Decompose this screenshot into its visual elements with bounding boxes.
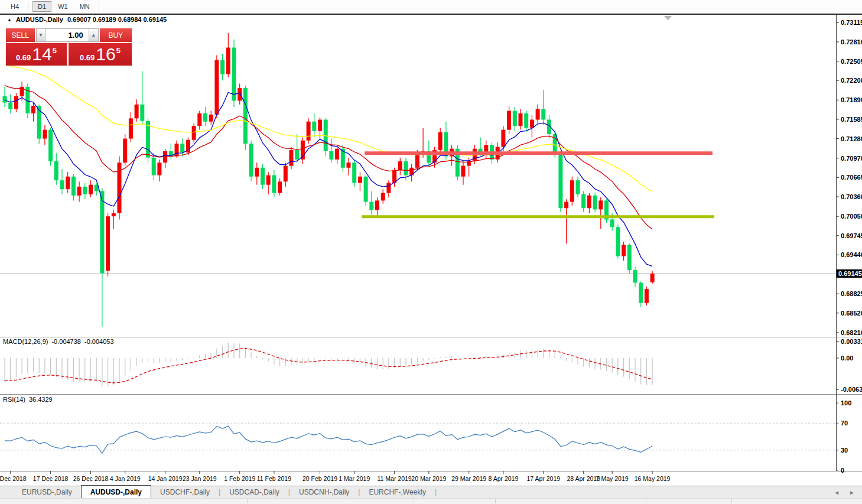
macd-label: MACD(12,26,9) -0.004738 -0.004053 — [3, 338, 114, 345]
buy-button[interactable]: BUY — [100, 28, 132, 42]
chart-tab-audusd[interactable]: AUDUSD-,Daily — [81, 485, 151, 498]
svg-text:0.69440: 0.69440 — [841, 251, 862, 258]
rsi-name: RSI(14) — [3, 396, 25, 403]
chart-ohlc-values: 0.69007 0.69189 0.68984 0.69145 — [67, 16, 167, 23]
svg-text:11 Mar 2019: 11 Mar 2019 — [378, 475, 412, 482]
svg-text:70: 70 — [841, 420, 848, 427]
svg-text:7 May 2019: 7 May 2019 — [596, 475, 629, 482]
svg-text:20 Mar 2019: 20 Mar 2019 — [411, 475, 446, 482]
svg-text:16 May 2019: 16 May 2019 — [635, 475, 671, 482]
status-pane-separator — [731, 499, 732, 503]
timeframe-button-h4[interactable]: H4 — [5, 1, 24, 12]
svg-text:17 Apr 2019: 17 Apr 2019 — [526, 475, 560, 482]
chart-tab-bar: EURUSD-,DailyAUDUSD-,DailyUSDCHF-,Daily|… — [0, 486, 862, 498]
svg-text:0.70360: 0.70360 — [841, 193, 862, 200]
status-pane-separator — [83, 499, 83, 503]
one-click-trading-widget: SELL ▼ 1.00 ▲ BUY 0.69 14 5 0.69 16 5 — [6, 28, 132, 66]
svg-text:0.70665: 0.70665 — [841, 174, 862, 181]
buy-price-prefix: 0.69 — [80, 53, 95, 62]
svg-text:0.72810: 0.72810 — [841, 38, 862, 45]
status-pane-separator — [646, 499, 646, 503]
svg-text:0.71280: 0.71280 — [841, 135, 862, 142]
toolbar-separator — [99, 2, 100, 11]
svg-text:0.72200: 0.72200 — [841, 77, 862, 84]
macd-value: -0.004738 — [51, 338, 81, 345]
chart-title: ▲ AUDUSD-,Daily 0.69007 0.69189 0.68984 … — [7, 16, 167, 23]
timeframe-button-mn[interactable]: MN — [74, 1, 95, 12]
svg-text:0.68520: 0.68520 — [841, 310, 862, 317]
current-price-label: 0.69145 — [837, 269, 862, 278]
buy-price-pip: 5 — [116, 46, 121, 55]
svg-text:28 Apr 2019: 28 Apr 2019 — [567, 475, 600, 482]
svg-text:1 Feb 2019: 1 Feb 2019 — [224, 475, 255, 482]
svg-text:0.71585: 0.71585 — [841, 116, 862, 123]
svg-text:0.72505: 0.72505 — [841, 58, 862, 65]
status-pane-separator — [414, 499, 414, 503]
volume-input[interactable]: 1.00 — [45, 28, 88, 42]
svg-text:11 Feb 2019: 11 Feb 2019 — [257, 475, 291, 482]
rsi-value: 36.4329 — [29, 396, 53, 403]
buy-price-big: 16 — [96, 45, 115, 63]
timeframe-button-d1[interactable]: D1 — [32, 1, 51, 12]
svg-text:7 Dec 2018: 7 Dec 2018 — [0, 475, 27, 482]
toolbar-separator — [28, 2, 29, 11]
sell-price-display[interactable]: 0.69 14 5 — [6, 43, 67, 66]
svg-text:26 Dec 2018: 26 Dec 2018 — [73, 475, 109, 482]
macd-name: MACD(12,26,9) — [3, 338, 48, 345]
svg-text:8 Apr 2019: 8 Apr 2019 — [489, 475, 519, 482]
chart-tab-eurusd[interactable]: EURUSD-,Daily — [13, 486, 81, 498]
svg-text:0.00: 0.00 — [841, 355, 853, 362]
chart-tab-usdchf[interactable]: USDCHF-,Daily — [151, 486, 219, 498]
svg-text:17 Dec 2018: 17 Dec 2018 — [33, 475, 69, 482]
svg-text:14 Jan 2019: 14 Jan 2019 — [148, 475, 183, 482]
status-pane-separator — [247, 499, 248, 503]
macd-signal-value: -0.004053 — [84, 338, 114, 345]
rsi-label: RSI(14) 36.4329 — [3, 396, 53, 403]
svg-text:20 Feb 2019: 20 Feb 2019 — [302, 475, 337, 482]
svg-text:0: 0 — [841, 467, 844, 474]
svg-text:100: 100 — [841, 399, 851, 407]
sell-button[interactable]: SELL — [6, 28, 35, 42]
svg-text:0.003319: 0.003319 — [841, 338, 862, 345]
svg-text:0.73115: 0.73115 — [841, 19, 862, 26]
sell-price-big: 14 — [32, 45, 51, 63]
volume-decrease-button[interactable]: ▼ — [36, 28, 46, 42]
chart-tab-usdcad[interactable]: USDCAD-,Daily — [220, 486, 288, 498]
tab-scroll-right-button[interactable]: ► — [849, 489, 855, 496]
svg-text:0.68825: 0.68825 — [841, 290, 862, 297]
svg-text:-0.006325: -0.006325 — [841, 386, 862, 393]
volume-increase-button[interactable]: ▲ — [89, 28, 99, 42]
chart-tab-usdcnh[interactable]: USDCNH-,Daily — [290, 486, 358, 498]
sell-price-pip: 5 — [53, 46, 57, 55]
chart-expand-icon[interactable]: ▲ — [7, 17, 12, 22]
svg-text:0.69745: 0.69745 — [841, 232, 862, 239]
svg-text:0.70050: 0.70050 — [841, 213, 862, 220]
chart-symbol-period: AUDUSD-,Daily — [16, 16, 63, 23]
tab-scroll-left-button[interactable]: ◄ — [834, 489, 840, 496]
svg-text:0.68210: 0.68210 — [841, 329, 862, 336]
timeframe-button-w1[interactable]: W1 — [53, 1, 73, 12]
svg-text:0.71890: 0.71890 — [841, 96, 862, 103]
tab-separator: | — [435, 486, 437, 498]
status-pane-separator — [495, 499, 496, 503]
sell-price-prefix: 0.69 — [16, 53, 31, 62]
svg-text:4 Jan 2019: 4 Jan 2019 — [110, 475, 141, 482]
svg-text:23 Jan 2019: 23 Jan 2019 — [183, 475, 217, 482]
svg-text:1 Mar 2019: 1 Mar 2019 — [339, 475, 370, 482]
svg-text:30: 30 — [841, 447, 848, 454]
status-bar — [0, 498, 862, 504]
timeframe-toolbar: H4D1W1MN — [0, 0, 862, 14]
chart-tab-eurchf[interactable]: EURCHF-,Weekly — [360, 486, 434, 498]
svg-text:0.70970: 0.70970 — [841, 155, 862, 162]
buy-price-display[interactable]: 0.69 16 5 — [69, 43, 132, 66]
price-chart[interactable]: 0.731150.728100.725050.722000.718900.715… — [0, 0, 862, 486]
svg-text:29 Mar 2019: 29 Mar 2019 — [451, 475, 486, 482]
